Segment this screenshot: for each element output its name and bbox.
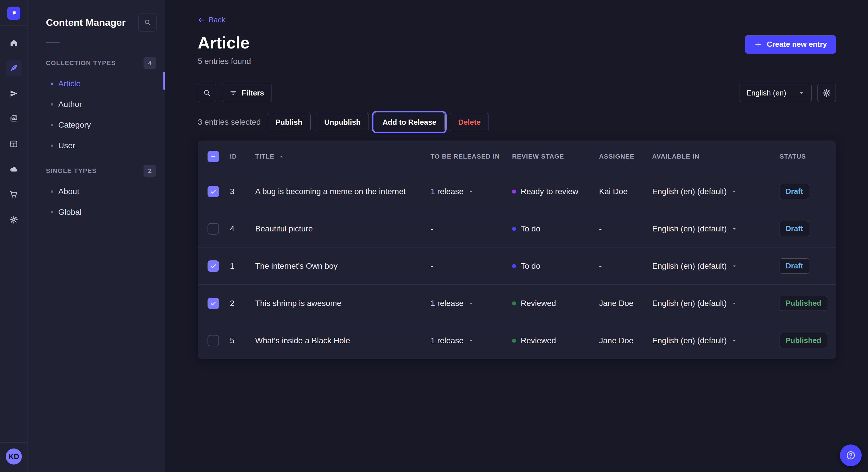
cell-available-in[interactable]: English (en) (default): [652, 299, 780, 308]
cell-assignee: -: [599, 262, 652, 271]
cell-review-stage: To do: [512, 224, 599, 233]
create-new-entry-button[interactable]: Create new entry: [745, 35, 836, 54]
media-icon[interactable]: [6, 111, 22, 127]
cell-release[interactable]: 1 release: [431, 187, 512, 196]
cell-id: 2: [230, 299, 255, 308]
page-title: Article: [198, 34, 251, 52]
row-checkbox[interactable]: [208, 260, 219, 272]
main-content: Back Article 5 entries found Create new …: [165, 0, 868, 472]
table-row[interactable]: 2 This shrimp is awesome 1 release Revie…: [198, 284, 836, 322]
arrow-left-icon: [198, 16, 205, 24]
stage-dot-icon: [512, 190, 516, 194]
single-types-list: About Global: [28, 181, 165, 223]
user-avatar[interactable]: KD: [6, 448, 22, 465]
status-badge: Published: [780, 333, 827, 348]
stage-dot-icon: [512, 227, 516, 231]
bullet-icon: [51, 211, 53, 213]
cell-title: A bug is becoming a meme on the internet: [255, 187, 431, 196]
sidebar-item-author[interactable]: Author: [28, 94, 165, 115]
select-all-checkbox[interactable]: [208, 151, 219, 162]
entries-selected-text: 3 entries selected: [198, 117, 260, 127]
table-row[interactable]: 4 Beautiful picture - To do - English (e…: [198, 210, 836, 247]
column-header-to-be-released-in[interactable]: TO BE RELEASED IN: [431, 153, 512, 160]
feather-icon[interactable]: [6, 60, 22, 76]
search-icon[interactable]: [138, 13, 157, 32]
bullet-icon: [51, 191, 53, 193]
sidebar-title: Content Manager: [46, 17, 126, 28]
row-checkbox[interactable]: [208, 335, 219, 346]
sidebar-item-category[interactable]: Category: [28, 115, 165, 135]
column-header-available-in[interactable]: AVAILABLE IN: [652, 153, 780, 160]
plus-icon: [754, 40, 762, 48]
cell-assignee: Kai Doe: [599, 187, 652, 196]
rail-bottom-divider: [0, 442, 28, 443]
column-header-status[interactable]: STATUS: [780, 153, 836, 160]
cell-release[interactable]: 1 release: [431, 336, 512, 345]
cell-available-in[interactable]: English (en) (default): [652, 224, 780, 233]
stage-dot-icon: [512, 301, 516, 305]
cell-id: 3: [230, 187, 255, 196]
bullet-icon: [51, 124, 53, 126]
row-checkbox[interactable]: [208, 223, 219, 235]
sidebar-item-global[interactable]: Global: [28, 202, 165, 223]
chevron-down-icon: [798, 90, 805, 96]
help-button[interactable]: [840, 444, 862, 466]
strapi-logo-icon[interactable]: [7, 7, 20, 20]
collection-types-list: Article Author Category User: [28, 73, 165, 156]
main-nav-rail: KD: [0, 0, 28, 472]
cell-assignee: Jane Doe: [599, 299, 652, 308]
send-icon[interactable]: [6, 86, 22, 102]
home-icon[interactable]: [6, 35, 22, 51]
filters-button[interactable]: Filters: [222, 84, 272, 102]
cell-available-in[interactable]: English (en) (default): [652, 336, 780, 345]
publish-button[interactable]: Publish: [267, 113, 311, 131]
row-checkbox[interactable]: [208, 298, 219, 309]
sidebar-divider: [46, 42, 60, 43]
table-row[interactable]: 3 A bug is becoming a meme on the intern…: [198, 173, 836, 210]
back-link[interactable]: Back: [198, 15, 225, 24]
sidebar-item-user[interactable]: User: [28, 135, 165, 156]
cell-release[interactable]: 1 release: [431, 299, 512, 308]
cell-id: 4: [230, 224, 255, 233]
collection-types-count-badge: 4: [144, 57, 156, 69]
cell-available-in[interactable]: English (en) (default): [652, 187, 780, 196]
column-header-id[interactable]: ID: [230, 153, 255, 160]
cell-id: 1: [230, 262, 255, 271]
cell-review-stage: Ready to review: [512, 187, 599, 196]
chevron-down-icon: [468, 338, 474, 343]
chevron-down-icon: [468, 301, 474, 306]
question-mark-icon: [846, 450, 856, 461]
gear-icon[interactable]: [6, 212, 22, 228]
table-row[interactable]: 5 What's inside a Black Hole 1 release R…: [198, 322, 836, 359]
sidebar-item-article[interactable]: Article: [28, 73, 165, 94]
check-icon: [210, 188, 217, 195]
chevron-down-icon: [732, 263, 737, 269]
collection-types-label: COLLECTION TYPES: [46, 59, 116, 67]
column-header-assignee[interactable]: ASSIGNEE: [599, 153, 652, 160]
column-header-title[interactable]: TITLE: [255, 153, 431, 160]
chevron-down-icon: [732, 301, 737, 306]
table-row[interactable]: 1 The internet's Own boy - To do - Engli…: [198, 247, 836, 284]
layout-icon[interactable]: [6, 136, 22, 152]
locale-select[interactable]: English (en): [739, 84, 812, 102]
cell-title: This shrimp is awesome: [255, 299, 431, 308]
cell-title: What's inside a Black Hole: [255, 336, 431, 345]
cell-title: The internet's Own boy: [255, 262, 431, 271]
search-icon[interactable]: [198, 84, 216, 102]
row-checkbox[interactable]: [208, 186, 219, 197]
delete-button[interactable]: Delete: [450, 113, 489, 131]
column-header-review-stage[interactable]: REVIEW STAGE: [512, 153, 599, 160]
cell-review-stage: Reviewed: [512, 299, 599, 308]
chevron-down-icon: [732, 226, 737, 232]
filter-icon: [229, 89, 237, 97]
cell-release: -: [431, 224, 512, 233]
cart-icon[interactable]: [6, 187, 22, 202]
cell-available-in[interactable]: English (en) (default): [652, 262, 780, 271]
add-to-release-button[interactable]: Add to Release: [374, 113, 445, 131]
status-badge: Draft: [780, 258, 809, 274]
cell-title: Beautiful picture: [255, 224, 431, 233]
unpublish-button[interactable]: Unpublish: [316, 113, 369, 131]
sidebar-item-about[interactable]: About: [28, 181, 165, 202]
cloud-icon[interactable]: [6, 161, 22, 177]
settings-gear-icon[interactable]: [817, 84, 836, 102]
